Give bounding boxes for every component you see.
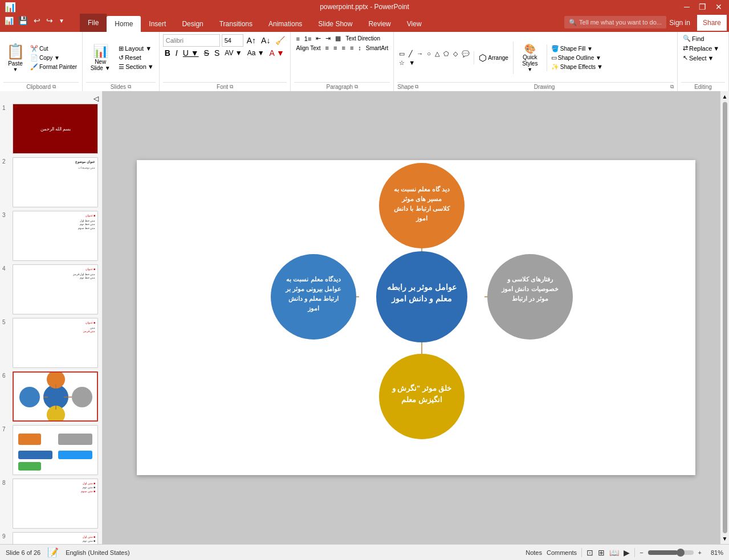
slide-item-5[interactable]: 5 ■ عنوان متن متن قرمز	[2, 318, 100, 368]
shape-expand[interactable]: ⧉	[415, 84, 418, 90]
underline-btn[interactable]: U ▼	[181, 48, 201, 58]
share-button[interactable]: Share	[697, 15, 727, 31]
align-center-btn[interactable]: ≡	[332, 44, 339, 52]
zoom-thumb[interactable]	[677, 549, 685, 557]
restore-button[interactable]: ❐	[697, 2, 708, 11]
columns-btn[interactable]: ▦	[333, 34, 343, 43]
format-painter-button[interactable]: 🖌️Format Painter	[28, 63, 79, 71]
bullets-btn[interactable]: ≡	[294, 35, 301, 43]
slide-item-4[interactable]: 4 ■ عنوان متن خط اول قرمز متن خط دوم	[2, 264, 100, 314]
replace-button[interactable]: ⇄Replace ▼	[681, 44, 721, 52]
layout-button[interactable]: ⊞Layout ▼	[117, 44, 156, 53]
quick-styles-button[interactable]: 🎨 QuickStyles ▼	[516, 42, 544, 74]
shape-outline-btn[interactable]: ▭Shape Outline ▼	[549, 54, 605, 62]
align-right-btn[interactable]: ≡	[340, 44, 347, 52]
comments-button[interactable]: Comments	[547, 549, 577, 556]
shape-arrow[interactable]: →	[415, 50, 425, 58]
slide-item-6[interactable]: 6	[2, 371, 100, 422]
text-direction-btn[interactable]: Text Direction	[344, 35, 382, 42]
slide-item-2[interactable]: 2 عنوان موضوع متن توضیحات	[2, 157, 100, 207]
paragraph-expand[interactable]: ⧉	[355, 84, 358, 90]
redo-quick-btn[interactable]: ↪	[45, 16, 54, 25]
shape-pentagon[interactable]: ⬠	[442, 50, 451, 58]
tab-transitions[interactable]: Transitions	[211, 16, 260, 32]
tab-animations[interactable]: Animations	[260, 16, 310, 32]
find-button[interactable]: 🔍Find	[681, 34, 706, 43]
strikethrough-btn[interactable]: S	[202, 48, 211, 58]
new-slide-button[interactable]: 📊 NewSlide ▼	[86, 42, 115, 73]
shape-diamond[interactable]: ◇	[451, 50, 459, 58]
section-button[interactable]: ☰Section ▼	[117, 63, 156, 71]
increase-font-btn[interactable]: A↑	[245, 35, 258, 46]
select-button[interactable]: ↖Select ▼	[681, 54, 715, 62]
shape-line[interactable]: ╱	[407, 50, 414, 58]
shape-rect[interactable]: ▭	[397, 50, 406, 58]
tab-design[interactable]: Design	[174, 16, 211, 32]
tab-view[interactable]: View	[399, 16, 430, 32]
scroll-down-btn[interactable]: ▼	[722, 536, 728, 542]
slide-thumb-1[interactable]: بسم الله الرحمن	[13, 104, 98, 154]
slide-notes-icon[interactable]: 📝	[47, 547, 59, 558]
slide-thumb-8[interactable]: ■ متن اول ■ متن دوم ■ متن سوم	[13, 479, 98, 529]
decrease-indent-btn[interactable]: ⇤	[314, 34, 323, 43]
shape-star[interactable]: ☆	[397, 59, 406, 67]
decrease-font-btn[interactable]: A↓	[259, 35, 272, 46]
slide-thumb-2[interactable]: عنوان موضوع متن توضیحات	[13, 157, 98, 207]
save-quick-btn[interactable]: 💾	[17, 16, 29, 25]
slide-thumb-5[interactable]: ■ عنوان متن متن قرمز	[13, 318, 98, 368]
zoom-slider[interactable]	[648, 550, 694, 555]
tab-file[interactable]: File	[80, 14, 107, 32]
arrange-button[interactable]: ⬡ Arrange	[477, 51, 511, 64]
char-space-btn[interactable]: AV ▼	[223, 48, 243, 58]
undo-quick-btn[interactable]: ↩	[32, 16, 42, 25]
shape-ellipse[interactable]: ○	[425, 50, 433, 58]
shape-more[interactable]: ▼	[407, 59, 417, 67]
slide-thumb-4[interactable]: ■ عنوان متن خط اول قرمز متن خط دوم	[13, 264, 98, 314]
close-button[interactable]: ✕	[713, 2, 724, 11]
slide-item-3[interactable]: 3 ■ عنوان متن خط اول متن خط دوم متن خط س…	[2, 211, 100, 261]
slide-thumb-3[interactable]: ■ عنوان متن خط اول متن خط دوم متن خط سوم	[13, 211, 98, 261]
tab-insert[interactable]: Insert	[141, 16, 174, 32]
view-normal-btn[interactable]: ⊡	[587, 548, 593, 557]
bold-btn[interactable]: B	[163, 48, 172, 58]
minimize-button[interactable]: ─	[682, 2, 692, 11]
line-space-btn[interactable]: ↕	[356, 44, 363, 52]
slide-item-7[interactable]: 7	[2, 425, 100, 475]
scroll-up-btn[interactable]: ▲	[722, 93, 728, 100]
shape-triangle[interactable]: △	[433, 50, 441, 58]
tab-home[interactable]: Home	[107, 16, 141, 32]
view-slideshow-btn[interactable]: ▶	[624, 548, 630, 557]
notes-button[interactable]: Notes	[526, 549, 542, 556]
italic-btn[interactable]: I	[174, 48, 180, 58]
slides-expand[interactable]: ⧉	[128, 84, 131, 90]
font-color-btn[interactable]: A ▼	[268, 48, 286, 58]
align-left-btn[interactable]: ≡	[324, 44, 331, 52]
clear-format-btn[interactable]: 🧹	[274, 35, 287, 46]
numbering-btn[interactable]: 1≡	[303, 35, 313, 43]
shape-callout[interactable]: 💬	[460, 50, 471, 58]
font-size-input[interactable]	[222, 34, 243, 47]
zoom-out-btn[interactable]: −	[640, 549, 643, 556]
align-text-btn[interactable]: Align Text	[294, 44, 322, 52]
slide-thumb-6[interactable]	[13, 371, 98, 422]
font-name-input[interactable]	[163, 34, 220, 47]
view-slide-sorter-btn[interactable]: ⊞	[598, 548, 605, 557]
font-size-sel-btn[interactable]: Aa ▼	[246, 48, 266, 58]
slide-item-1[interactable]: 1 بسم الله الرحمن	[2, 104, 100, 154]
sign-in-button[interactable]: Sign in	[663, 15, 696, 31]
paste-button[interactable]: 📋 Paste ▼	[3, 41, 27, 74]
slide-thumb-7[interactable]	[13, 425, 98, 475]
justify-btn[interactable]: ≡	[348, 44, 355, 52]
view-reading-btn[interactable]: 📖	[609, 548, 619, 557]
customize-quick-btn[interactable]: ▼	[58, 18, 66, 24]
drawing-expand[interactable]: ⧉	[670, 84, 674, 90]
increase-indent-btn[interactable]: ⇥	[324, 34, 332, 43]
cut-button[interactable]: ✂️Cut	[28, 44, 79, 53]
tab-slideshow[interactable]: Slide Show	[310, 16, 360, 32]
slide-item-8[interactable]: 8 ■ متن اول ■ متن دوم ■ متن سوم	[2, 479, 100, 529]
search-placeholder[interactable]: Tell me what you want to do...	[579, 19, 662, 26]
reset-button[interactable]: ↺Reset	[117, 54, 156, 62]
copy-button[interactable]: 📄Copy ▼	[28, 54, 79, 62]
clipboard-expand[interactable]: ⧉	[52, 84, 56, 90]
slide-item-9[interactable]: 9 ■ متن اول ■ متن دوم	[2, 532, 100, 544]
